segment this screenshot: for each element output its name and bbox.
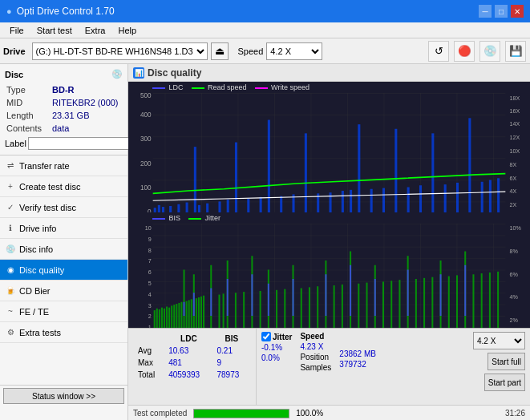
- svg-rect-108: [186, 301, 188, 328]
- sidebar-item-drive-info[interactable]: ℹ Drive info: [0, 218, 127, 239]
- cd-bier-icon: 🍺: [5, 285, 16, 297]
- disc-type-value: BD-R: [52, 84, 121, 95]
- speed-select[interactable]: 4.2 X: [266, 42, 322, 60]
- minimize-button[interactable]: ─: [479, 5, 492, 18]
- svg-rect-121: [243, 292, 245, 328]
- sidebar-item-create-test-disc[interactable]: + Create test disc: [0, 176, 127, 197]
- svg-rect-115: [203, 296, 204, 328]
- jitter-label: Jitter: [273, 333, 292, 341]
- menu-file[interactable]: File: [3, 25, 30, 36]
- svg-text:2X: 2X: [509, 201, 516, 208]
- svg-rect-155: [210, 289, 212, 317]
- start-full-button[interactable]: Start full: [488, 353, 525, 370]
- svg-rect-52: [358, 124, 360, 214]
- sidebar-item-fe-te-label: FE / TE: [19, 307, 49, 317]
- sidebar-item-fe-te[interactable]: ~ FE / TE: [0, 301, 127, 322]
- menu-start-test[interactable]: Start test: [30, 25, 79, 36]
- avg-ldc: 10.63: [165, 345, 212, 356]
- sidebar-item-extra-tests[interactable]: ⚙ Extra tests: [0, 322, 127, 343]
- svg-text:200: 200: [140, 159, 152, 167]
- svg-rect-105: [178, 303, 180, 328]
- svg-rect-50: [342, 191, 344, 214]
- sidebar-item-transfer-rate[interactable]: ⇌ Transfer rate: [0, 155, 127, 176]
- top-chart: LDC Read speed Write speed: [128, 82, 530, 212]
- refresh-icon-button[interactable]: ↺: [428, 41, 449, 62]
- svg-text:300: 300: [140, 135, 152, 143]
- samples-value: 379732: [339, 360, 376, 369]
- svg-rect-42: [247, 199, 249, 214]
- main-layout: Disc 💿 Type BD-R MID RITEKBR2 (000) Leng…: [0, 64, 530, 420]
- bottom-chart: BIS Jitter: [128, 212, 530, 328]
- svg-text:4%: 4%: [509, 293, 518, 301]
- svg-rect-156: [227, 279, 229, 316]
- sidebar-item-disc-quality[interactable]: ◉ Disc quality: [0, 260, 127, 281]
- extra-tests-icon: ⚙: [5, 327, 16, 338]
- max-row: Max 481 9: [135, 357, 249, 368]
- svg-text:7: 7: [148, 257, 152, 265]
- label-input[interactable]: [28, 137, 131, 150]
- disc-icon-button[interactable]: 💿: [479, 41, 500, 62]
- max-ldc: 481: [165, 357, 212, 368]
- svg-rect-45: [280, 196, 282, 214]
- burn-icon-button[interactable]: 🔴: [454, 41, 475, 62]
- save-icon-button[interactable]: 💾: [505, 41, 526, 62]
- sidebar-item-drive-info-label: Drive info: [19, 224, 56, 233]
- bottom-right-stats: Jitter -0.1% 0.0% Speed 4.23 X: [257, 329, 530, 405]
- status-window-button[interactable]: Status window >>: [3, 388, 124, 404]
- write-speed-legend-item: Write speed: [255, 83, 310, 91]
- ldc-legend-item: LDC: [152, 83, 184, 91]
- col-bis: BIS: [213, 333, 249, 344]
- disc-mid-row: MID RITEKBR2 (000): [6, 97, 121, 108]
- bis-legend-item: BIS: [152, 214, 180, 222]
- drive-label: Drive: [3, 46, 26, 56]
- svg-rect-150: [481, 273, 483, 328]
- svg-rect-147: [456, 276, 458, 328]
- svg-text:18X: 18X: [509, 95, 520, 102]
- svg-rect-102: [171, 306, 172, 328]
- sidebar-item-create-test-disc-label: Create test disc: [19, 182, 80, 192]
- disc-length-row: Length 23.31 GB: [6, 110, 121, 121]
- bottom-legend: BIS Jitter: [128, 212, 530, 224]
- svg-rect-51: [350, 190, 352, 214]
- svg-rect-113: [198, 297, 200, 328]
- disc-contents-label: Contents: [6, 123, 51, 134]
- speed-section: Speed 4.23 X Position Samples: [300, 332, 331, 402]
- position-value: 23862 MB: [339, 349, 376, 358]
- jitter-checkbox[interactable]: [261, 332, 271, 341]
- svg-rect-57: [419, 185, 422, 214]
- speed-values: 4.23 X Position Samples: [300, 342, 331, 372]
- app-title: Opti Drive Control 1.70: [17, 6, 115, 17]
- svg-text:6X: 6X: [509, 174, 516, 181]
- svg-rect-151: [489, 273, 491, 328]
- disc-quality-icon: ◉: [5, 265, 16, 276]
- speed-avg: 4.23 X: [300, 342, 331, 351]
- close-button[interactable]: ✕: [511, 5, 524, 18]
- bottom-stats-panel: LDC BIS Avg 10.63 0.21 Max: [128, 328, 530, 420]
- svg-rect-135: [358, 284, 359, 328]
- disc-mid-value: RITEKBR2 (000): [52, 97, 121, 108]
- svg-rect-64: [497, 178, 500, 214]
- menu-extra[interactable]: Extra: [79, 25, 112, 36]
- speed-dropdown[interactable]: 4.2 X: [473, 332, 525, 349]
- disc-info-panel: Disc 💿 Type BD-R MID RITEKBR2 (000) Leng…: [0, 64, 127, 155]
- svg-text:8: 8: [148, 247, 152, 255]
- svg-rect-149: [472, 275, 474, 329]
- menu-help[interactable]: Help: [111, 25, 143, 36]
- svg-rect-128: [301, 289, 302, 328]
- svg-rect-41: [235, 143, 237, 215]
- sidebar-item-verify-test-disc[interactable]: ✓ Verify test disc: [0, 197, 127, 218]
- samples-label: Samples: [300, 363, 331, 372]
- jitter-avg: -0.1%: [261, 343, 292, 352]
- sidebar-item-disc-info[interactable]: 💿 Disc info: [0, 239, 127, 260]
- sidebar-item-cd-bier[interactable]: 🍺 CD Bier: [0, 281, 127, 301]
- transfer-rate-icon: ⇌: [5, 160, 16, 172]
- start-part-button[interactable]: Start part: [484, 374, 525, 391]
- svg-rect-144: [431, 277, 433, 328]
- svg-rect-104: [176, 304, 177, 328]
- drive-select[interactable]: (G:) HL-DT-ST BD-RE WH16NS48 1.D3: [32, 42, 208, 60]
- eject-button[interactable]: ⏏: [211, 42, 229, 60]
- svg-rect-109: [188, 301, 190, 328]
- maximize-button[interactable]: □: [495, 5, 508, 18]
- svg-rect-153: [184, 302, 185, 316]
- svg-text:10: 10: [145, 224, 152, 232]
